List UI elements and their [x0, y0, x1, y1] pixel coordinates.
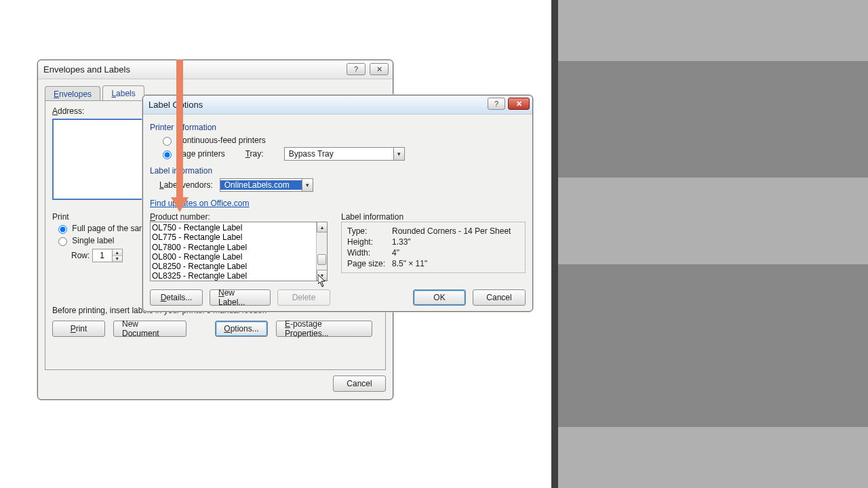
help-icon[interactable]: ?	[347, 63, 366, 75]
row-spin[interactable]: ▲▼	[92, 249, 123, 262]
type-key: Type:	[347, 226, 388, 236]
cancel-button[interactable]: Cancel	[473, 289, 526, 306]
vendor-value: OnlineLabels.com	[220, 180, 302, 190]
pagesize-value: 8.5" × 11"	[392, 259, 519, 268]
radio-page-printers-label: Page printers	[176, 149, 224, 159]
dialog-titlebar[interactable]: Envelopes and Labels ? ✕	[38, 60, 393, 79]
label-options-dialog: Label Options ? ✕ Printer information Co…	[142, 95, 533, 312]
radio-single-label-label: Single label	[72, 236, 114, 245]
pagesize-key: Page size:	[347, 259, 388, 268]
chevron-down-icon[interactable]: ▼	[113, 256, 122, 262]
label-detail-header: Label information	[341, 212, 526, 222]
video-border	[551, 0, 558, 488]
label-detail: Type: Rounded Corners - 14 Per Sheet Hei…	[347, 226, 519, 268]
details-button[interactable]: Details...	[150, 289, 203, 306]
dialog-title: Label Options	[149, 100, 203, 110]
radio-page-printers[interactable]	[163, 150, 172, 159]
delete-button: Delete	[277, 289, 330, 306]
epostage-button[interactable]: E-postage Properties...	[276, 321, 372, 337]
video-letterbox	[558, 0, 868, 488]
scrollbar-track[interactable]	[317, 232, 327, 270]
tray-select[interactable]: Bypass Tray ▼	[284, 147, 405, 161]
product-number-label: Product number:	[150, 212, 328, 222]
ok-button[interactable]: OK	[413, 289, 466, 306]
close-icon[interactable]: ✕	[508, 98, 530, 110]
help-icon[interactable]: ?	[488, 98, 505, 110]
width-value: 4"	[392, 248, 519, 258]
options-button[interactable]: Options...	[215, 321, 268, 337]
list-item[interactable]: OL7800 - Rectangle Label	[152, 243, 315, 252]
close-icon[interactable]: ✕	[370, 63, 389, 75]
width-key: Width:	[347, 248, 388, 258]
new-label-button[interactable]: New Label...	[210, 289, 271, 306]
dialog-title: Envelopes and Labels	[43, 64, 130, 75]
dialog-titlebar[interactable]: Label Options ? ✕	[143, 96, 532, 115]
tray-value: Bypass Tray	[285, 149, 393, 159]
tab-envelopes[interactable]: Envelopes	[45, 86, 100, 101]
chevron-up-icon[interactable]: ▲	[317, 222, 328, 232]
radio-full-page[interactable]	[58, 225, 67, 234]
radio-continuous-label: Continuous-feed printers	[176, 136, 265, 145]
chevron-down-icon[interactable]: ▼	[393, 148, 404, 160]
list-item[interactable]: OL8325 - Rectangle Label	[152, 271, 315, 281]
vendors-label: Label vendors:	[159, 180, 213, 190]
list-item[interactable]: OL8250 - Rectangle Label	[152, 262, 315, 271]
radio-single-label[interactable]	[58, 237, 67, 246]
printer-info-section: Printer information	[150, 123, 526, 132]
chevron-down-icon[interactable]: ▼	[302, 179, 313, 191]
height-key: Height:	[347, 237, 388, 247]
label-info-section: Label information	[150, 166, 526, 176]
type-value: Rounded Corners - 14 Per Sheet	[392, 226, 519, 236]
vendor-select[interactable]: OnlineLabels.com ▼	[220, 178, 313, 192]
list-item[interactable]: OL800 - Rectangle Label	[152, 252, 315, 262]
new-document-button[interactable]: New Document	[113, 321, 186, 337]
scrollbar-thumb[interactable]	[317, 254, 326, 265]
list-item[interactable]: OL775 - Rectangle Label	[152, 232, 315, 242]
updates-link[interactable]: Find updates on Office.com	[150, 199, 250, 208]
tray-label: Tray:	[245, 149, 264, 159]
list-item[interactable]: OL750 - Rectangle Label	[152, 223, 315, 232]
tab-labels[interactable]: Labels	[102, 85, 144, 100]
cancel-button[interactable]: Cancel	[333, 375, 386, 392]
chevron-up-icon[interactable]: ▲	[113, 249, 122, 256]
print-button[interactable]: Print	[52, 321, 105, 337]
row-input[interactable]	[93, 249, 112, 262]
scrollbar[interactable]: ▲ ▼	[316, 222, 327, 281]
product-listbox[interactable]: OL750 - Rectangle Label OL775 - Rectangl…	[150, 222, 328, 281]
radio-continuous[interactable]	[163, 137, 172, 146]
row-label: Row:	[71, 251, 90, 260]
chevron-down-icon[interactable]: ▼	[317, 270, 328, 281]
height-value: 1.33"	[392, 237, 519, 247]
